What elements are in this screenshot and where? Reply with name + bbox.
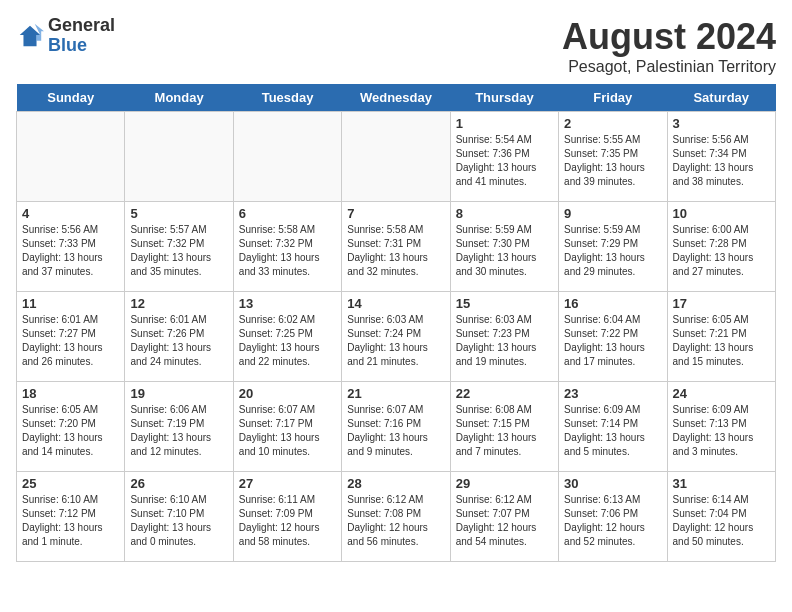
cell-info: Daylight: 13 hours [22,251,119,265]
calendar-cell: 2Sunrise: 5:55 AMSunset: 7:35 PMDaylight… [559,112,667,202]
calendar-cell: 30Sunrise: 6:13 AMSunset: 7:06 PMDayligh… [559,472,667,562]
cell-info: and 22 minutes. [239,355,336,369]
cell-info: Sunrise: 5:59 AM [564,223,661,237]
calendar-cell: 1Sunrise: 5:54 AMSunset: 7:36 PMDaylight… [450,112,558,202]
cell-info: Sunrise: 6:06 AM [130,403,227,417]
cell-info: and 41 minutes. [456,175,553,189]
day-number: 15 [456,296,553,311]
cell-info: Sunset: 7:10 PM [130,507,227,521]
cell-info: Sunrise: 5:56 AM [673,133,770,147]
cell-info: Sunrise: 6:09 AM [673,403,770,417]
cell-info: Sunset: 7:15 PM [456,417,553,431]
cell-info: Sunset: 7:27 PM [22,327,119,341]
cell-info: Daylight: 13 hours [22,521,119,535]
day-number: 28 [347,476,444,491]
cell-info: Sunset: 7:29 PM [564,237,661,251]
cell-info: Sunset: 7:06 PM [564,507,661,521]
cell-info: Sunset: 7:07 PM [456,507,553,521]
cell-info: Daylight: 13 hours [673,431,770,445]
calendar-cell: 20Sunrise: 6:07 AMSunset: 7:17 PMDayligh… [233,382,341,472]
cell-info: Daylight: 13 hours [22,431,119,445]
cell-info: Sunrise: 5:58 AM [347,223,444,237]
cell-info: Daylight: 13 hours [456,341,553,355]
calendar-cell: 4Sunrise: 5:56 AMSunset: 7:33 PMDaylight… [17,202,125,292]
cell-info: Daylight: 13 hours [22,341,119,355]
day-number: 16 [564,296,661,311]
cell-info: Daylight: 13 hours [673,161,770,175]
cell-info: Sunset: 7:20 PM [22,417,119,431]
cell-info: Sunrise: 6:07 AM [347,403,444,417]
calendar-cell: 24Sunrise: 6:09 AMSunset: 7:13 PMDayligh… [667,382,775,472]
subtitle: Pesagot, Palestinian Territory [562,58,776,76]
cell-info: and 0 minutes. [130,535,227,549]
cell-info: and 30 minutes. [456,265,553,279]
cell-info: and 37 minutes. [22,265,119,279]
day-number: 8 [456,206,553,221]
cell-info: Sunset: 7:16 PM [347,417,444,431]
logo: General Blue [16,16,115,56]
day-number: 17 [673,296,770,311]
cell-info: Daylight: 13 hours [564,431,661,445]
calendar-cell: 31Sunrise: 6:14 AMSunset: 7:04 PMDayligh… [667,472,775,562]
day-header-saturday: Saturday [667,84,775,112]
calendar-cell: 5Sunrise: 5:57 AMSunset: 7:32 PMDaylight… [125,202,233,292]
calendar-cell [125,112,233,202]
cell-info: Sunset: 7:24 PM [347,327,444,341]
cell-info: Sunrise: 6:05 AM [22,403,119,417]
cell-info: Sunrise: 6:13 AM [564,493,661,507]
day-number: 3 [673,116,770,131]
cell-info: Daylight: 12 hours [239,521,336,535]
cell-info: Sunset: 7:09 PM [239,507,336,521]
day-number: 20 [239,386,336,401]
cell-info: Sunrise: 6:00 AM [673,223,770,237]
cell-info: and 1 minute. [22,535,119,549]
cell-info: Daylight: 13 hours [564,251,661,265]
calendar-cell: 18Sunrise: 6:05 AMSunset: 7:20 PMDayligh… [17,382,125,472]
cell-info: and 24 minutes. [130,355,227,369]
cell-info: and 54 minutes. [456,535,553,549]
cell-info: Daylight: 12 hours [564,521,661,535]
day-header-sunday: Sunday [17,84,125,112]
calendar-cell: 14Sunrise: 6:03 AMSunset: 7:24 PMDayligh… [342,292,450,382]
cell-info: Sunrise: 6:03 AM [347,313,444,327]
calendar-header-row: SundayMondayTuesdayWednesdayThursdayFrid… [17,84,776,112]
cell-info: Daylight: 13 hours [564,341,661,355]
cell-info: Sunset: 7:12 PM [22,507,119,521]
day-number: 12 [130,296,227,311]
cell-info: Sunrise: 6:02 AM [239,313,336,327]
cell-info: Sunrise: 6:14 AM [673,493,770,507]
cell-info: Sunrise: 6:10 AM [22,493,119,507]
cell-info: Sunset: 7:32 PM [239,237,336,251]
calendar-cell: 22Sunrise: 6:08 AMSunset: 7:15 PMDayligh… [450,382,558,472]
cell-info: Daylight: 13 hours [456,251,553,265]
cell-info: Sunset: 7:22 PM [564,327,661,341]
calendar-cell: 6Sunrise: 5:58 AMSunset: 7:32 PMDaylight… [233,202,341,292]
cell-info: Daylight: 13 hours [347,251,444,265]
cell-info: Daylight: 13 hours [130,431,227,445]
cell-info: Sunset: 7:30 PM [456,237,553,251]
cell-info: Sunset: 7:26 PM [130,327,227,341]
calendar-cell: 15Sunrise: 6:03 AMSunset: 7:23 PMDayligh… [450,292,558,382]
day-number: 22 [456,386,553,401]
cell-info: Sunset: 7:19 PM [130,417,227,431]
week-row-4: 18Sunrise: 6:05 AMSunset: 7:20 PMDayligh… [17,382,776,472]
cell-info: and 10 minutes. [239,445,336,459]
day-number: 5 [130,206,227,221]
day-number: 13 [239,296,336,311]
main-title: August 2024 [562,16,776,58]
calendar-cell: 9Sunrise: 5:59 AMSunset: 7:29 PMDaylight… [559,202,667,292]
cell-info: and 27 minutes. [673,265,770,279]
cell-info: Sunrise: 5:58 AM [239,223,336,237]
cell-info: Daylight: 13 hours [347,341,444,355]
day-number: 18 [22,386,119,401]
calendar-cell: 26Sunrise: 6:10 AMSunset: 7:10 PMDayligh… [125,472,233,562]
cell-info: and 35 minutes. [130,265,227,279]
title-block: August 2024 Pesagot, Palestinian Territo… [562,16,776,76]
day-header-friday: Friday [559,84,667,112]
cell-info: Sunrise: 6:07 AM [239,403,336,417]
cell-info: Daylight: 13 hours [673,251,770,265]
cell-info: Sunrise: 6:04 AM [564,313,661,327]
cell-info: Sunset: 7:35 PM [564,147,661,161]
calendar-cell: 19Sunrise: 6:06 AMSunset: 7:19 PMDayligh… [125,382,233,472]
cell-info: Sunset: 7:36 PM [456,147,553,161]
